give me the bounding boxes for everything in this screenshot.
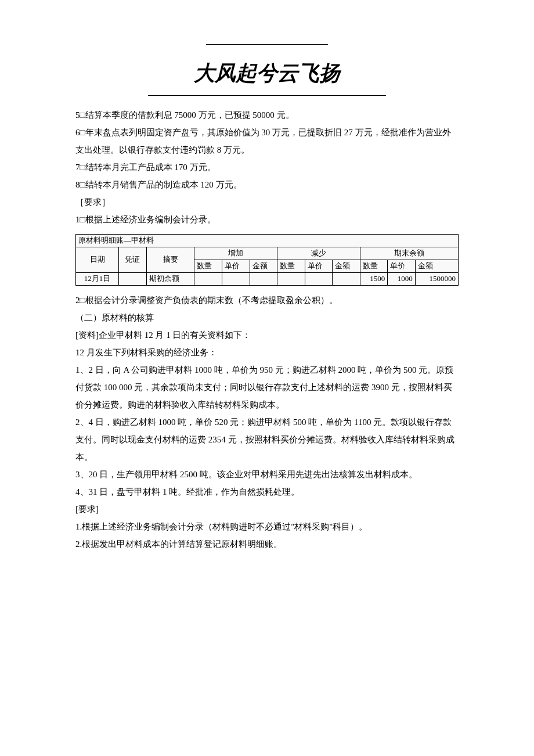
paragraph: 3、20 日，生产领用甲材料 2500 吨。该企业对甲材料采用先进先出法核算发出… [75, 466, 459, 483]
paragraph: 2.根据发出甲材料成本的计算结算登记原材料明细账。 [75, 535, 459, 553]
col-bal-qty: 数量 [360, 260, 388, 272]
cell-bal-price: 1000 [388, 272, 416, 285]
paragraph: （二）原材料的核算 [75, 309, 459, 326]
col-decrease: 减少 [277, 247, 360, 260]
col-dec-amount: 金额 [333, 260, 360, 272]
col-dec-qty: 数量 [277, 260, 305, 272]
paragraph: 6□年末盘点表列明固定资产盘亏，其原始价值为 30 万元，已提取折旧 27 万元… [75, 124, 459, 159]
cell-summary: 期初余额 [146, 272, 194, 285]
paragraph: 1.根据上述经济业务编制会计分录（材料购进时不必通过"材料采购"科目）。 [75, 518, 459, 535]
cell-dec-qty [277, 272, 305, 285]
table-row: 12月1日 期初余额 1500 1000 1500000 [76, 272, 459, 285]
col-date: 日期 [76, 247, 119, 272]
content-bottom: 2□根据会计分录调整资产负债表的期末数（不考虑提取盈余公积）。 （二）原材料的核… [75, 291, 459, 553]
paragraph: 12 月发生下列材料采购的经济业务： [75, 344, 459, 361]
cell-date: 12月1日 [76, 272, 119, 285]
paragraph: 5□结算本季度的借款利息 75000 万元，已预提 50000 元。 [75, 106, 459, 124]
col-balance: 期末余额 [360, 247, 458, 260]
cell-bal-qty: 1500 [360, 272, 388, 285]
ledger-table: 原材料明细账—甲材料 日期 凭证 摘要 增加 减少 期末余额 数量 单价 金额 … [75, 234, 459, 286]
paragraph: 8□结转本月销售产品的制造成本 120 万元。 [75, 176, 459, 193]
col-bal-amount: 金额 [415, 260, 458, 272]
cell-voucher [119, 272, 147, 285]
header-rule-top [206, 44, 328, 45]
cell-inc-qty [194, 272, 222, 285]
paragraph: [要求] [75, 501, 459, 518]
paragraph: 1□根据上述经济业务编制会计分录。 [75, 211, 459, 228]
paragraph: [资料]企业甲材料 12 月 1 日的有关资料如下： [75, 326, 459, 344]
col-increase: 增加 [194, 247, 277, 260]
paragraph: 4、31 日，盘亏甲材料 1 吨。经批准，作为自然损耗处理。 [75, 483, 459, 501]
col-dec-price: 单价 [305, 260, 333, 272]
col-bal-price: 单价 [388, 260, 416, 272]
col-inc-price: 单价 [222, 260, 250, 272]
paragraph: 2□根据会计分录调整资产负债表的期末数（不考虑提取盈余公积）。 [75, 291, 459, 309]
page-header: 大风起兮云飞扬 [75, 35, 459, 96]
cell-inc-price [222, 272, 250, 285]
col-summary: 摘要 [146, 247, 194, 272]
paragraph: ［要求］ [75, 193, 459, 211]
col-inc-amount: 金额 [250, 260, 277, 272]
col-inc-qty: 数量 [194, 260, 222, 272]
table-title-row: 原材料明细账—甲材料 [76, 235, 459, 247]
content-top: 5□结算本季度的借款利息 75000 万元，已预提 50000 元。 6□年末盘… [75, 106, 459, 228]
paragraph: 2、4 日，购进乙材料 1000 吨，单价 520 元；购进甲材料 500 吨，… [75, 413, 459, 466]
table-header-row-1: 日期 凭证 摘要 增加 减少 期末余额 [76, 247, 459, 260]
table-title: 原材料明细账—甲材料 [76, 235, 459, 247]
cell-inc-amount [250, 272, 277, 285]
cell-dec-amount [333, 272, 360, 285]
cell-dec-price [305, 272, 333, 285]
header-title: 大风起兮云飞扬 [148, 52, 386, 96]
paragraph: 7□结转本月完工产品成本 170 万元。 [75, 159, 459, 176]
col-voucher: 凭证 [119, 247, 147, 272]
paragraph: 1、2 日，向 A 公司购进甲材料 1000 吨，单价为 950 元；购进乙材料… [75, 361, 459, 413]
cell-bal-amount: 1500000 [415, 272, 458, 285]
